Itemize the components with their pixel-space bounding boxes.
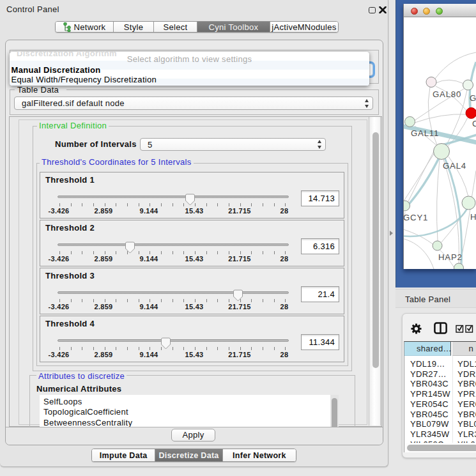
svg-text:HAP2: HAP2 (438, 252, 463, 262)
svg-text:GAL4: GAL4 (443, 161, 466, 171)
svg-text:GCY1: GCY1 (404, 213, 428, 222)
svg-text:GAL11: GAL11 (411, 128, 439, 138)
svg-text:GAL80: GAL80 (433, 89, 461, 99)
svg-text:H: H (470, 212, 476, 222)
svg-text:C: C (472, 119, 476, 128)
svg-text:GA: GA (470, 93, 476, 103)
